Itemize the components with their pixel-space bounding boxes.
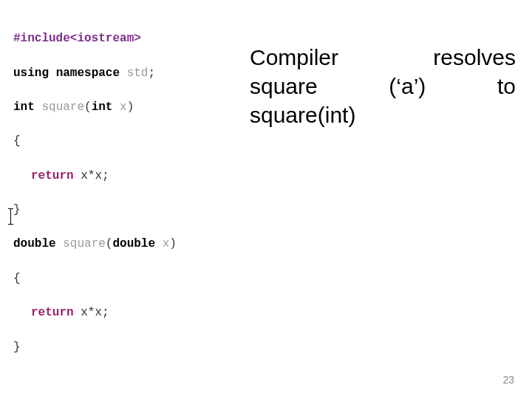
slide: #include<iostream> using namespace std; … (0, 0, 532, 399)
punct-token: ( (106, 237, 113, 250)
param-token: x (163, 237, 170, 250)
code-line (13, 373, 235, 390)
preprocessor-token: #include (13, 32, 70, 45)
keyword-token: namespace (56, 66, 120, 80)
expr-token: x*x (81, 169, 102, 183)
caption-word: Compiler (250, 43, 338, 72)
brace-close-token: } (13, 341, 21, 354)
caption-word: square(int) (250, 100, 355, 129)
code-line: double square(double x) (13, 236, 235, 253)
code-line: int square(int x) (13, 99, 235, 116)
punct-token: ( (84, 100, 92, 114)
expr-token: x*x (81, 306, 102, 319)
punct-token: ; (148, 66, 155, 80)
caption-text: Compiler resolves square (‘a’) to square… (250, 43, 516, 129)
function-name-token: square (41, 100, 84, 114)
code-line: { (13, 270, 235, 287)
caption-word: square (250, 72, 318, 100)
brace-open-token: { (13, 134, 21, 148)
type-token: int (13, 100, 35, 114)
type-token: double (13, 237, 56, 250)
identifier-token: std (127, 66, 149, 80)
caption-word: to (497, 72, 516, 100)
caption-row: square (‘a’) to (250, 72, 516, 100)
text-cursor-icon (10, 209, 11, 224)
type-token: double (112, 237, 155, 250)
keyword-token: return (31, 306, 74, 319)
code-line: } (13, 202, 235, 219)
function-name-token: square (63, 237, 106, 250)
keyword-token: return (31, 169, 74, 183)
code-line: { (13, 133, 235, 150)
param-token: x (120, 100, 127, 114)
page-number: 23 (502, 374, 514, 386)
brace-close-token: } (13, 203, 21, 216)
punct-token: ; (102, 169, 109, 183)
code-line: return x*x; (13, 304, 235, 321)
caption-word: resolves (433, 43, 516, 72)
type-token: int (92, 100, 113, 114)
punct-token: ) (127, 100, 134, 114)
code-line: } (13, 339, 235, 356)
keyword-token: using (13, 66, 49, 80)
caption-row: Compiler resolves (250, 43, 516, 72)
code-line: #include<iostream> (13, 30, 235, 47)
caption-word: (‘a’) (389, 72, 426, 100)
brace-open-token: { (13, 272, 21, 285)
code-line: return x*x; (13, 168, 235, 185)
header-token: <iostream> (70, 32, 141, 45)
caption-row: square(int) (250, 100, 516, 129)
punct-token: ; (102, 306, 109, 319)
code-block: #include<iostream> using namespace std; … (13, 13, 235, 399)
punct-token: ) (169, 237, 177, 250)
code-line: using namespace std; (13, 65, 235, 82)
